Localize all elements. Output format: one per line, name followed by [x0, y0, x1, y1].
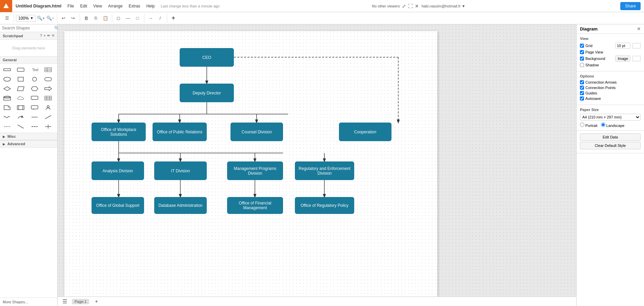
shape-dashed-line[interactable]	[2, 123, 12, 131]
shape-dash2[interactable]	[29, 123, 40, 131]
share-button[interactable]: Share	[620, 2, 641, 10]
shape-cloud[interactable]	[16, 94, 26, 102]
canvas-area[interactable]: CEODeputy DirectorOffice of Workplace So…	[58, 24, 576, 306]
paper-size-select[interactable]: A4 (210 mm × 297 mm)	[580, 114, 641, 121]
menu-view[interactable]: View	[90, 2, 105, 10]
page-view-checkbox[interactable]	[580, 50, 584, 54]
advanced-section-header[interactable]: ▶ Advanced	[0, 140, 57, 148]
org-node-regulatory[interactable]: Regulatory and Enforcement Division	[295, 161, 354, 180]
org-node-regpolicy[interactable]: Office of Regulatory Policy	[295, 197, 354, 214]
shape-doc[interactable]	[2, 104, 12, 112]
fullscreen-icon[interactable]: ⛶	[408, 3, 413, 9]
shape-circle[interactable]	[29, 75, 40, 83]
org-node-dbadmin[interactable]: Database Administration	[154, 197, 207, 214]
waypoint-btn[interactable]: /	[156, 14, 165, 23]
grid-color-swatch[interactable]	[632, 43, 641, 48]
clear-style-btn[interactable]: Clear Default Style	[580, 142, 641, 149]
org-node-mgmt[interactable]: Management Programs Division	[227, 161, 283, 180]
org-node-cooperation[interactable]: Cooperation	[339, 123, 391, 141]
shadow-checkbox[interactable]	[580, 63, 584, 67]
connection-arrows-checkbox[interactable]	[580, 80, 584, 84]
org-node-analysis[interactable]: Analysis Division	[92, 161, 144, 180]
scratchpad-add-icon[interactable]: +	[44, 34, 46, 38]
scratchpad-close-icon[interactable]: ✕	[52, 34, 55, 38]
redo-btn[interactable]: ↪	[69, 14, 78, 23]
grid-checkbox[interactable]	[580, 44, 584, 48]
delete-btn[interactable]: 🗑	[82, 14, 91, 23]
shape-text[interactable]: Text	[29, 66, 40, 74]
connector-btn[interactable]: →	[146, 14, 155, 23]
shape-wave[interactable]	[2, 113, 12, 121]
menu-edit[interactable]: Edit	[77, 2, 90, 10]
shape-parallelogram[interactable]	[16, 85, 26, 93]
undo-btn[interactable]: ↩	[59, 14, 68, 23]
org-node-counsel[interactable]: Counsel Division	[230, 123, 283, 141]
guides-checkbox[interactable]	[580, 91, 584, 95]
copy-btn[interactable]: ⎘	[92, 14, 100, 23]
diagram-panel-close[interactable]: ✕	[637, 26, 641, 31]
scratchpad-help-icon[interactable]: ?	[40, 34, 42, 38]
fill-btn[interactable]: ◻	[114, 14, 123, 23]
shape-cross-line[interactable]	[16, 123, 26, 131]
pages-menu-btn[interactable]: ☰	[60, 297, 69, 306]
background-checkbox[interactable]	[580, 57, 584, 61]
shape-curved-arrow[interactable]	[16, 113, 26, 121]
org-node-ceo[interactable]: CEO	[180, 48, 234, 67]
page-toggle-btn[interactable]: ☰	[3, 14, 12, 23]
shape-hexagon[interactable]	[29, 85, 40, 93]
scratchpad-edit-icon[interactable]: ✏	[47, 34, 50, 38]
org-node-workplace[interactable]: Office of Workplace Solutions	[92, 123, 146, 141]
close-panel-icon[interactable]: ✕	[415, 3, 419, 9]
shape-diamond[interactable]	[2, 85, 12, 93]
background-color-swatch[interactable]	[632, 56, 641, 61]
line-color-btn[interactable]: —	[124, 14, 133, 23]
org-node-it[interactable]: IT Division	[154, 161, 207, 180]
shape-ellipse[interactable]	[2, 75, 12, 83]
portrait-radio[interactable]	[580, 123, 584, 127]
svg-rect-1	[4, 69, 11, 71]
shape-person[interactable]	[43, 104, 53, 112]
shape-process[interactable]	[16, 104, 26, 112]
shape-double-arrow[interactable]	[29, 113, 40, 121]
org-node-deputy[interactable]: Deputy Director	[180, 84, 234, 102]
shape-grid-table[interactable]	[43, 94, 53, 102]
shape-callout[interactable]	[29, 94, 40, 102]
menu-arrange[interactable]: Arrange	[105, 2, 125, 10]
shape-rounded-rect[interactable]	[43, 75, 53, 83]
shape-rect[interactable]	[16, 66, 26, 74]
org-node-publicrel[interactable]: Office of Public Relations	[153, 123, 207, 141]
menu-file[interactable]: File	[65, 2, 77, 10]
menu-extras[interactable]: Extras	[126, 2, 143, 10]
shape-line2[interactable]	[43, 113, 53, 121]
insert-btn[interactable]: +	[169, 14, 178, 23]
shape-plus[interactable]	[43, 123, 53, 131]
shape-square[interactable]	[16, 75, 26, 83]
page-tab[interactable]: Page-1	[72, 299, 89, 304]
landscape-radio[interactable]	[601, 123, 605, 127]
misc-section-header[interactable]: ▶ Misc	[0, 133, 57, 140]
connection-points-checkbox[interactable]	[580, 86, 584, 90]
more-shapes-btn[interactable]: More Shapes...	[0, 298, 57, 306]
search-input[interactable]	[2, 26, 53, 30]
shape-line[interactable]	[2, 66, 12, 74]
general-section-header[interactable]: General	[0, 57, 57, 64]
shadow-btn[interactable]: □	[133, 14, 142, 23]
menu-help[interactable]: Help	[144, 2, 158, 10]
add-page-btn[interactable]: +	[92, 297, 101, 306]
zoom-selector[interactable]: 100% ▼	[16, 15, 36, 22]
edit-data-btn[interactable]: Edit Data	[580, 133, 641, 141]
background-image-btn[interactable]: Image	[615, 56, 630, 62]
zoom-out-btn[interactable]: 🔍−	[46, 14, 55, 23]
shape-cylinder[interactable]	[2, 94, 12, 102]
autosave-checkbox[interactable]	[580, 96, 584, 101]
zoom-in-btn[interactable]: 🔍+	[37, 14, 45, 23]
expand-icon[interactable]: ⤢	[402, 3, 406, 9]
paste-btn[interactable]: 📋	[101, 14, 110, 23]
user-email[interactable]: habi.nassim@hotmail.fr ▼	[422, 4, 465, 8]
org-node-global[interactable]: Office of Global Support	[92, 197, 144, 214]
grid-value-input[interactable]	[615, 43, 630, 49]
org-node-financial[interactable]: Office of Financial Management	[227, 197, 283, 214]
shape-table[interactable]	[43, 66, 53, 74]
shape-speech[interactable]	[29, 104, 40, 112]
shape-arrow[interactable]	[43, 85, 53, 93]
